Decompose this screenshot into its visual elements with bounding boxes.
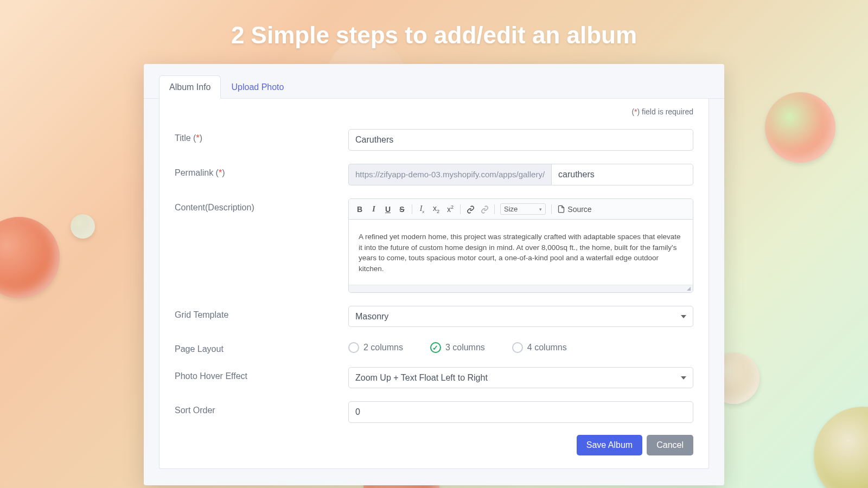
editor-toolbar: B I U S Ix x2 x2 Size▾ Sou bbox=[349, 199, 693, 220]
toolbar-separator bbox=[494, 204, 495, 214]
source-button[interactable]: Source bbox=[557, 205, 591, 214]
font-size-select[interactable]: Size▾ bbox=[500, 203, 546, 215]
decoration-bubble bbox=[71, 214, 95, 239]
hover-effect-label: Photo Hover Effect bbox=[175, 367, 348, 381]
radio-label: 3 columns bbox=[445, 343, 485, 352]
permalink-label: Permalink (*) bbox=[175, 164, 348, 178]
underline-icon[interactable]: U bbox=[384, 205, 392, 214]
sort-order-label: Sort Order bbox=[175, 401, 348, 415]
layout-radio-3-columns[interactable]: 3 columns bbox=[430, 342, 485, 353]
italic-icon[interactable]: I bbox=[369, 205, 378, 214]
sort-order-input[interactable] bbox=[348, 401, 693, 423]
tab-upload-photo[interactable]: Upload Photo bbox=[221, 75, 294, 99]
content-label: Content(Description) bbox=[175, 198, 348, 213]
rich-text-editor: B I U S Ix x2 x2 Size▾ Sou bbox=[348, 198, 693, 293]
strikethrough-icon[interactable]: S bbox=[398, 205, 406, 214]
permalink-input[interactable] bbox=[551, 164, 693, 185]
decoration-bubble bbox=[814, 407, 868, 488]
layout-radio-4-columns[interactable]: 4 columns bbox=[512, 342, 567, 353]
toolbar-separator bbox=[551, 204, 552, 214]
resize-handle[interactable] bbox=[349, 285, 693, 292]
bold-icon[interactable]: B bbox=[355, 205, 364, 214]
grid-template-label: Grid Template bbox=[175, 306, 348, 320]
subscript-icon[interactable]: x2 bbox=[432, 204, 441, 214]
radio-label: 4 columns bbox=[527, 343, 567, 352]
tabs: Album Info Upload Photo bbox=[144, 64, 724, 99]
decoration-bubble bbox=[765, 92, 835, 163]
toolbar-separator bbox=[460, 204, 461, 214]
page-layout-label: Page Layout bbox=[175, 340, 348, 354]
remove-format-icon[interactable]: Ix bbox=[418, 204, 426, 214]
title-input[interactable] bbox=[348, 129, 693, 151]
title-label-text: Title bbox=[175, 133, 191, 143]
size-label: Size bbox=[504, 205, 518, 213]
decoration-bubble bbox=[0, 217, 60, 298]
tab-album-info[interactable]: Album Info bbox=[159, 75, 221, 99]
description-textarea[interactable]: A refined yet modern home, this project … bbox=[349, 220, 693, 285]
save-button[interactable]: Save Album bbox=[577, 435, 642, 455]
radio-label: 2 columns bbox=[363, 343, 403, 352]
layout-radio-2-columns[interactable]: 2 columns bbox=[348, 342, 403, 353]
unlink-icon[interactable] bbox=[480, 204, 489, 214]
source-label: Source bbox=[567, 205, 591, 214]
required-note: (*) field is required bbox=[175, 107, 693, 116]
superscript-icon[interactable]: x2 bbox=[446, 204, 455, 214]
permalink-label-text: Permalink bbox=[175, 168, 213, 177]
required-note-text: field is required bbox=[642, 107, 693, 116]
form-panel: Album Info Upload Photo (*) field is req… bbox=[144, 64, 724, 485]
permalink-prefix: https://zifyapp-demo-03.myshopify.com/ap… bbox=[348, 164, 551, 185]
page-title: 2 Simple steps to add/edit an album bbox=[0, 0, 868, 49]
toolbar-separator bbox=[412, 204, 412, 214]
hover-effect-select[interactable]: Zoom Up + Text Float Left to Right bbox=[348, 367, 693, 388]
title-label: Title (*) bbox=[175, 129, 348, 143]
grid-template-select[interactable]: Masonry bbox=[348, 306, 693, 327]
form-body: (*) field is required Title (*) Permalin… bbox=[159, 99, 709, 469]
cancel-button[interactable]: Cancel bbox=[647, 435, 693, 455]
link-icon[interactable] bbox=[466, 204, 475, 214]
